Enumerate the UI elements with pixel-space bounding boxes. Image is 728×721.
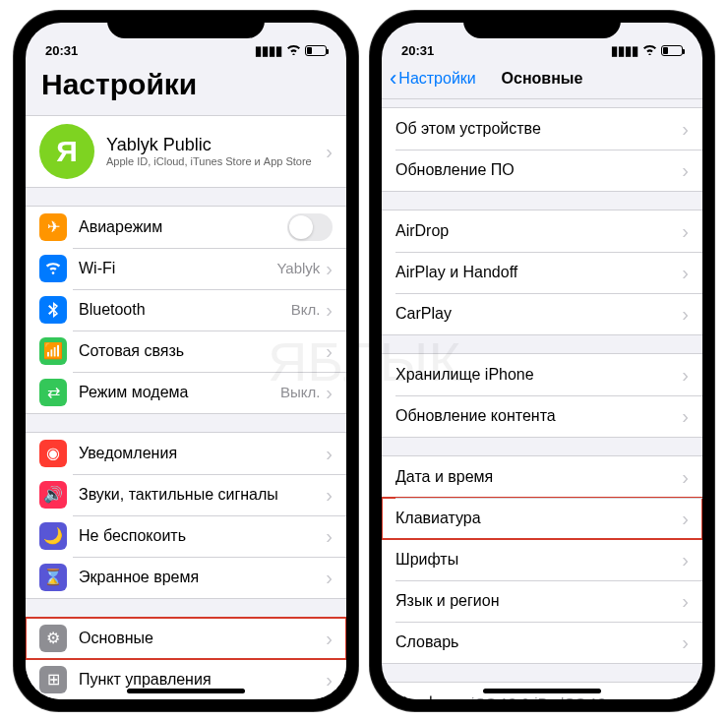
label: Хранилище iPhone [395,366,682,384]
label: CarPlay [395,305,682,323]
chevron-right-icon: › [326,341,333,361]
label: Основные [79,630,326,647]
label: Дата и время [395,468,682,486]
group-airdrop: AirDrop › AirPlay и Handoff › CarPlay › [382,210,702,335]
battery-icon [661,45,683,56]
chevron-right-icon: › [682,365,689,385]
chevron-right-icon: › [635,693,641,699]
group-connectivity: ✈ Авиарежим Wi-Fi Yablyk › Blueto [26,206,346,414]
wifi-icon [39,255,67,282]
row-dnd[interactable]: 🌙 Не беспокоить › [26,515,346,557]
row-hotspot[interactable]: ⇄ Режим модема Выкл. › [26,372,346,413]
group-about: Об этом устройстве › Обновление ПО › [382,107,702,192]
row-dictionary[interactable]: Словарь › [382,622,702,663]
wifi-icon [286,43,301,58]
label: Об этом устройстве [395,120,682,138]
notch [107,11,265,38]
chevron-right-icon: › [326,568,333,587]
hotspot-icon: ⇄ [39,379,67,406]
row-airdrop[interactable]: AirDrop › [382,210,702,252]
label: Язык и регион [395,592,682,610]
status-icons: ▮▮▮▮ [611,43,683,58]
row-bg-refresh[interactable]: Обновление контента › [382,395,702,437]
chevron-right-icon: › [682,263,689,282]
nav-header: ‹ Настройки Основные [382,60,702,99]
chevron-right-icon: › [682,304,689,324]
wifi-icon [642,43,657,58]
group-storage: Хранилище iPhone › Обновление контента › [382,353,702,438]
airplane-toggle[interactable] [287,213,333,241]
chevron-right-icon: › [682,509,689,528]
row-keyboard[interactable]: Клавиатура › [382,498,702,539]
wifi-value: Yablyk [276,260,320,276]
row-fonts[interactable]: Шрифты › [382,539,702,580]
row-airplane[interactable]: ✈ Авиарежим [26,207,346,248]
page-title-container: Настройки [26,60,346,107]
label: Авиарежим [79,218,287,236]
profile-value: iOS 13 & iPadOS 13 Beta Software... [471,694,629,699]
chevron-right-icon: › [682,550,689,570]
row-airplay[interactable]: AirPlay и Handoff › [382,252,702,293]
row-datetime[interactable]: Дата и время › [382,456,702,498]
home-indicator[interactable] [483,689,601,693]
status-icons: ▮▮▮▮ [255,43,327,58]
nav-title: Основные [382,70,702,88]
row-screentime[interactable]: ⌛ Экранное время › [26,557,346,598]
chevron-right-icon: › [326,670,333,690]
chevron-right-icon: › [326,142,333,161]
label: AirDrop [395,222,682,240]
label: Не беспокоить [79,527,326,545]
row-about[interactable]: Об этом устройстве › [382,108,702,150]
screen-general: 20:31 ▮▮▮▮ ‹ Настройки Основные Об этом … [382,23,702,699]
row-software-update[interactable]: Обновление ПО › [382,150,702,191]
chevron-right-icon: › [682,119,689,139]
general-icon: ⚙ [39,625,67,652]
chevron-right-icon: › [326,629,333,648]
notch [463,11,621,38]
chevron-right-icon: › [326,444,333,463]
label: AirPlay и Handoff [395,264,682,281]
chevron-right-icon: › [682,406,689,426]
row-notifications[interactable]: ◉ Уведомления › [26,433,346,474]
row-wifi[interactable]: Wi-Fi Yablyk › [26,248,346,289]
label: Уведомления [79,445,326,462]
phone-left: 20:31 ▮▮▮▮ Настройки Я Yablyk Public App… [14,11,358,711]
phone-right: 20:31 ▮▮▮▮ ‹ Настройки Основные Об этом … [370,11,714,711]
group-keyboard: Дата и время › Клавиатура › Шрифты › Язы… [382,455,702,664]
signal-icon: ▮▮▮▮ [255,43,282,58]
chevron-right-icon: › [326,383,333,402]
page-title: Настройки [41,68,331,101]
label: Обновление ПО [395,161,682,179]
row-bluetooth[interactable]: Bluetooth Вкл. › [26,289,346,330]
screen-settings: 20:31 ▮▮▮▮ Настройки Я Yablyk Public App… [26,23,346,699]
status-time: 20:31 [45,43,78,58]
row-apple-id[interactable]: Я Yablyk Public Apple ID, iCloud, iTunes… [26,116,346,187]
control-center-icon: ⊞ [39,666,67,693]
row-language[interactable]: Язык и регион › [382,580,702,622]
screentime-icon: ⌛ [39,564,67,591]
row-storage[interactable]: Хранилище iPhone › [382,354,702,395]
profile-subtitle: Apple ID, iCloud, iTunes Store и App Sto… [106,155,326,167]
group-general: ⚙ Основные › ⊞ Пункт управления › AA Экр… [26,617,346,699]
home-indicator[interactable] [127,689,245,693]
chevron-right-icon: › [682,632,689,652]
row-sounds[interactable]: 🔊 Звуки, тактильные сигналы › [26,474,346,515]
chevron-right-icon: › [682,160,689,180]
label: Профиль [395,694,463,699]
row-general[interactable]: ⚙ Основные › [26,618,346,659]
battery-icon [305,45,327,56]
status-time: 20:31 [401,43,434,58]
row-cellular[interactable]: 📶 Сотовая связь › [26,330,346,372]
label: Клавиатура [395,510,682,527]
row-carplay[interactable]: CarPlay › [382,293,702,334]
label: Звуки, тактильные сигналы [79,486,326,504]
group-profile: Я Yablyk Public Apple ID, iCloud, iTunes… [26,115,346,188]
avatar: Я [39,124,94,179]
label: Словарь [395,633,682,651]
chevron-right-icon: › [682,221,689,241]
chevron-right-icon: › [682,591,689,611]
label: Bluetooth [79,301,291,319]
profile-name: Yablyk Public [106,135,326,155]
notifications-icon: ◉ [39,440,67,467]
label: Режим модема [79,384,280,401]
